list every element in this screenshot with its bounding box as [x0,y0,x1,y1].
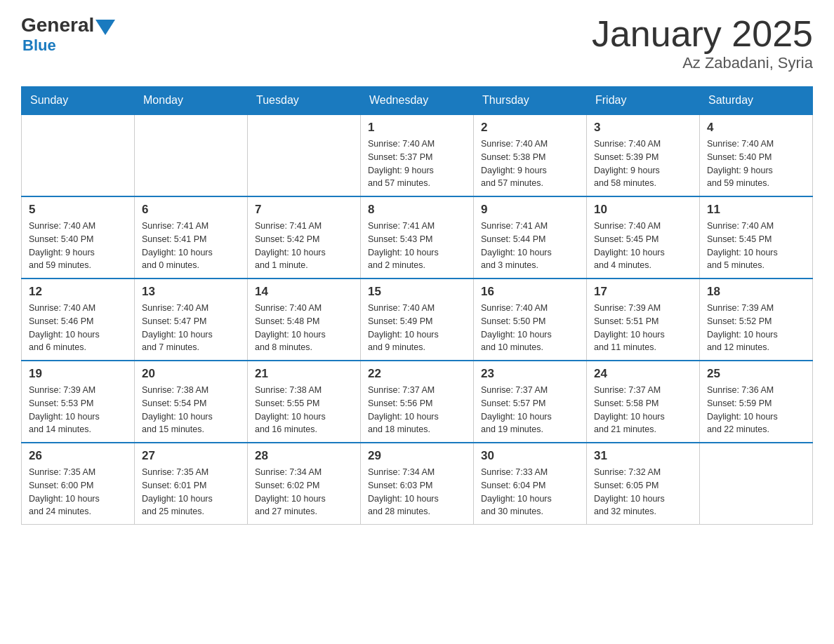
page-header: General Blue January 2025 Az Zabadani, S… [21,14,813,72]
day-info: Sunrise: 7:37 AMSunset: 5:56 PMDaylight:… [368,384,466,436]
day-number: 23 [481,367,579,381]
day-number: 9 [481,203,579,217]
calendar-cell: 11Sunrise: 7:40 AMSunset: 5:45 PMDayligh… [700,196,813,279]
calendar-cell: 18Sunrise: 7:39 AMSunset: 5:52 PMDayligh… [700,279,813,361]
day-info: Sunrise: 7:40 AMSunset: 5:45 PMDaylight:… [707,220,805,272]
calendar-header-wednesday: Wednesday [361,87,474,115]
day-info: Sunrise: 7:38 AMSunset: 5:54 PMDaylight:… [142,384,240,436]
week-row-4: 19Sunrise: 7:39 AMSunset: 5:53 PMDayligh… [22,361,813,443]
calendar-cell: 15Sunrise: 7:40 AMSunset: 5:49 PMDayligh… [361,279,474,361]
logo-general-text: General [21,14,94,36]
calendar-cell: 5Sunrise: 7:40 AMSunset: 5:40 PMDaylight… [22,196,135,279]
calendar-cell [248,114,361,196]
calendar-cell: 14Sunrise: 7:40 AMSunset: 5:48 PMDayligh… [248,279,361,361]
day-info: Sunrise: 7:40 AMSunset: 5:39 PMDaylight:… [594,137,692,190]
week-row-1: 1Sunrise: 7:40 AMSunset: 5:37 PMDaylight… [22,114,813,196]
day-number: 24 [594,367,692,381]
day-number: 27 [142,449,240,463]
calendar-cell: 10Sunrise: 7:40 AMSunset: 5:45 PMDayligh… [587,196,700,279]
day-number: 6 [142,203,240,217]
day-number: 14 [255,285,353,299]
calendar-cell: 1Sunrise: 7:40 AMSunset: 5:37 PMDaylight… [361,114,474,196]
calendar-cell: 30Sunrise: 7:33 AMSunset: 6:04 PMDayligh… [474,443,587,525]
calendar-cell [135,114,248,196]
day-number: 10 [594,203,692,217]
logo-blue-text: Blue [22,36,115,55]
day-info: Sunrise: 7:41 AMSunset: 5:41 PMDaylight:… [142,220,240,272]
day-info: Sunrise: 7:35 AMSunset: 6:01 PMDaylight:… [142,466,240,518]
calendar-table: SundayMondayTuesdayWednesdayThursdayFrid… [21,86,813,525]
calendar-header-row: SundayMondayTuesdayWednesdayThursdayFrid… [22,87,813,115]
calendar-cell: 31Sunrise: 7:32 AMSunset: 6:05 PMDayligh… [587,443,700,525]
calendar-header-tuesday: Tuesday [248,87,361,115]
calendar-cell: 26Sunrise: 7:35 AMSunset: 6:00 PMDayligh… [22,443,135,525]
location-title: Az Zabadani, Syria [592,54,813,72]
day-number: 26 [29,449,127,463]
day-number: 29 [368,449,466,463]
calendar-cell: 20Sunrise: 7:38 AMSunset: 5:54 PMDayligh… [135,361,248,443]
day-info: Sunrise: 7:41 AMSunset: 5:42 PMDaylight:… [255,220,353,272]
day-number: 22 [368,367,466,381]
day-info: Sunrise: 7:37 AMSunset: 5:58 PMDaylight:… [594,384,692,436]
day-number: 11 [707,203,805,217]
day-number: 1 [368,121,466,135]
week-row-3: 12Sunrise: 7:40 AMSunset: 5:46 PMDayligh… [22,279,813,361]
day-number: 4 [707,121,805,135]
calendar-header-friday: Friday [587,87,700,115]
calendar-cell: 4Sunrise: 7:40 AMSunset: 5:40 PMDaylight… [700,114,813,196]
day-info: Sunrise: 7:32 AMSunset: 6:05 PMDaylight:… [594,466,692,518]
calendar-cell: 3Sunrise: 7:40 AMSunset: 5:39 PMDaylight… [587,114,700,196]
day-info: Sunrise: 7:40 AMSunset: 5:48 PMDaylight:… [255,302,353,354]
calendar-cell: 2Sunrise: 7:40 AMSunset: 5:38 PMDaylight… [474,114,587,196]
day-number: 17 [594,285,692,299]
day-info: Sunrise: 7:41 AMSunset: 5:43 PMDaylight:… [368,220,466,272]
day-number: 13 [142,285,240,299]
day-info: Sunrise: 7:35 AMSunset: 6:00 PMDaylight:… [29,466,127,518]
logo-triangle-icon [95,20,115,35]
day-number: 3 [594,121,692,135]
calendar-header-sunday: Sunday [22,87,135,115]
day-info: Sunrise: 7:38 AMSunset: 5:55 PMDaylight:… [255,384,353,436]
logo: General Blue [21,14,115,55]
day-number: 15 [368,285,466,299]
calendar-cell: 12Sunrise: 7:40 AMSunset: 5:46 PMDayligh… [22,279,135,361]
calendar-cell: 6Sunrise: 7:41 AMSunset: 5:41 PMDaylight… [135,196,248,279]
calendar-header-monday: Monday [135,87,248,115]
calendar-header-saturday: Saturday [700,87,813,115]
day-info: Sunrise: 7:40 AMSunset: 5:38 PMDaylight:… [481,137,579,190]
day-info: Sunrise: 7:40 AMSunset: 5:50 PMDaylight:… [481,302,579,354]
title-section: January 2025 Az Zabadani, Syria [592,14,813,72]
month-title: January 2025 [592,14,813,54]
day-number: 7 [255,203,353,217]
day-info: Sunrise: 7:36 AMSunset: 5:59 PMDaylight:… [707,384,805,436]
day-number: 12 [29,285,127,299]
calendar-cell: 29Sunrise: 7:34 AMSunset: 6:03 PMDayligh… [361,443,474,525]
calendar-cell: 19Sunrise: 7:39 AMSunset: 5:53 PMDayligh… [22,361,135,443]
day-info: Sunrise: 7:41 AMSunset: 5:44 PMDaylight:… [481,220,579,272]
calendar-cell: 7Sunrise: 7:41 AMSunset: 5:42 PMDaylight… [248,196,361,279]
day-info: Sunrise: 7:34 AMSunset: 6:02 PMDaylight:… [255,466,353,518]
day-info: Sunrise: 7:37 AMSunset: 5:57 PMDaylight:… [481,384,579,436]
day-info: Sunrise: 7:39 AMSunset: 5:51 PMDaylight:… [594,302,692,354]
calendar-cell: 13Sunrise: 7:40 AMSunset: 5:47 PMDayligh… [135,279,248,361]
calendar-cell [700,443,813,525]
day-info: Sunrise: 7:40 AMSunset: 5:47 PMDaylight:… [142,302,240,354]
day-number: 25 [707,367,805,381]
calendar-cell: 9Sunrise: 7:41 AMSunset: 5:44 PMDaylight… [474,196,587,279]
calendar-cell: 28Sunrise: 7:34 AMSunset: 6:02 PMDayligh… [248,443,361,525]
day-info: Sunrise: 7:40 AMSunset: 5:37 PMDaylight:… [368,137,466,190]
calendar-header-thursday: Thursday [474,87,587,115]
day-info: Sunrise: 7:40 AMSunset: 5:49 PMDaylight:… [368,302,466,354]
calendar-cell: 21Sunrise: 7:38 AMSunset: 5:55 PMDayligh… [248,361,361,443]
day-info: Sunrise: 7:34 AMSunset: 6:03 PMDaylight:… [368,466,466,518]
day-info: Sunrise: 7:33 AMSunset: 6:04 PMDaylight:… [481,466,579,518]
calendar-cell: 27Sunrise: 7:35 AMSunset: 6:01 PMDayligh… [135,443,248,525]
day-number: 2 [481,121,579,135]
day-info: Sunrise: 7:39 AMSunset: 5:53 PMDaylight:… [29,384,127,436]
week-row-2: 5Sunrise: 7:40 AMSunset: 5:40 PMDaylight… [22,196,813,279]
day-number: 20 [142,367,240,381]
calendar-cell: 8Sunrise: 7:41 AMSunset: 5:43 PMDaylight… [361,196,474,279]
day-number: 19 [29,367,127,381]
day-number: 30 [481,449,579,463]
day-number: 31 [594,449,692,463]
